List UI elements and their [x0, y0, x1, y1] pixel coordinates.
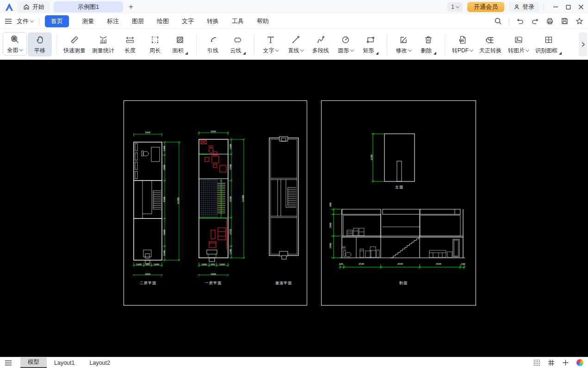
sheet-tab-layout2[interactable]: Layout2 [82, 357, 117, 368]
stats-chart-icon [98, 34, 108, 45]
tool-leader-label: 引线 [207, 47, 218, 55]
cloud-rect-icon [233, 34, 243, 45]
tool-pan[interactable]: 平移 [28, 32, 52, 56]
menu-item-layers[interactable]: 图层 [132, 17, 144, 25]
tool-area[interactable]: 面积 [168, 32, 192, 56]
menu-hamburger-icon[interactable] [5, 18, 12, 25]
user-icon [514, 4, 520, 10]
tool-length-label: 长度 [124, 47, 136, 55]
chevron-right-icon [581, 42, 585, 47]
status-bar: 模型 Layout1 Layout2 [0, 357, 588, 368]
save-icon[interactable] [561, 17, 569, 25]
menu-item-annotate[interactable]: 标注 [107, 17, 119, 25]
tool-perimeter[interactable]: 周长 [143, 32, 167, 56]
plan-roof [269, 137, 298, 259]
tool-revision-cloud-label: 云线 [230, 47, 241, 55]
tool-revision-cloud[interactable]: 云线 [226, 32, 250, 56]
chevron-down-icon [350, 48, 353, 51]
frame-grid-icon [544, 34, 554, 45]
menu-item-home[interactable]: 首页 [45, 15, 69, 27]
tool-text[interactable]: 文字 [259, 32, 283, 56]
divider [254, 34, 254, 55]
minimize-button[interactable] [552, 4, 559, 10]
sheet-tab-layout1[interactable]: Layout1 [47, 357, 82, 368]
tool-to-pdf[interactable]: PDF 转PDF [449, 32, 476, 56]
undo-icon[interactable] [516, 17, 524, 25]
favorite-star-icon[interactable] [576, 17, 583, 25]
maximize-button[interactable] [565, 4, 571, 10]
chevron-down-icon [470, 48, 473, 51]
tab-document[interactable]: 示例图1 [54, 1, 123, 12]
line-icon [291, 34, 301, 45]
section-view [331, 208, 465, 269]
tool-modify-label: 修改 [396, 47, 407, 55]
tool-to-image[interactable]: 转图片 [505, 32, 532, 56]
crosshair-plus-icon[interactable] [562, 359, 569, 366]
dot-grid-toggle-icon[interactable] [533, 359, 540, 366]
sheet-menu-hamburger-icon[interactable] [5, 357, 12, 368]
sheet-tab-model[interactable]: 模型 [20, 357, 47, 368]
close-button[interactable] [578, 4, 584, 10]
hatched-rect-icon [175, 34, 185, 45]
tool-tangent-convert-label: 天正转换 [479, 47, 501, 55]
divider [509, 18, 509, 25]
page-selector[interactable]: 1 [447, 2, 463, 12]
tool-measure-stats[interactable]: 测量统计 [89, 32, 117, 56]
tool-rectangle-label: 矩形 [363, 47, 374, 55]
tool-recognize-frame[interactable]: 识别图框 [532, 32, 564, 56]
redo-icon[interactable] [531, 17, 539, 25]
menu-bar: 文件 首页 测量 标注 图层 绘图 文字 转换 工具 帮助 [0, 14, 588, 29]
chevron-down-icon [526, 48, 529, 51]
rectangle-icon [365, 34, 376, 45]
tool-modify[interactable]: 修改 [391, 32, 415, 56]
menu-item-text[interactable]: 文字 [182, 17, 194, 25]
tab-start[interactable]: 开始 [18, 1, 50, 12]
circle-icon [340, 34, 351, 45]
dashed-rect-icon [150, 34, 160, 45]
menu-item-draw[interactable]: 绘图 [157, 17, 169, 25]
tool-rectangle[interactable]: 矩形 [359, 32, 383, 56]
tool-fit-view-label: 全图 [7, 46, 19, 54]
tool-quick-measure[interactable]: 快速测量 [61, 32, 88, 56]
tool-circle[interactable]: 圆形 [334, 32, 358, 56]
polyline-icon [316, 34, 326, 45]
menu-item-convert[interactable]: 转换 [207, 17, 219, 25]
tool-ribbon: 全图 平移 快速测量 测量统计 长度 [0, 29, 588, 60]
tool-length[interactable]: 长度 [118, 32, 142, 56]
tool-polyline-label: 多段线 [312, 47, 329, 55]
chevron-down-icon [300, 48, 303, 51]
menu-file[interactable]: 文件 [17, 17, 33, 25]
tool-fit-view[interactable]: 全图 [3, 32, 27, 56]
divider [445, 34, 445, 55]
menu-item-help[interactable]: 帮助 [257, 17, 269, 25]
tool-polyline[interactable]: 多段线 [309, 32, 333, 56]
print-icon[interactable] [546, 17, 554, 25]
tab-start-label: 开始 [32, 3, 44, 11]
chevron-down-icon [456, 4, 459, 8]
tool-tangent-convert[interactable]: 天正转换 [477, 32, 504, 56]
plan-first-floor [198, 131, 245, 276]
grid-toggle-icon[interactable] [548, 359, 555, 366]
text-T-icon [266, 34, 276, 45]
plan-second-floor [133, 133, 180, 276]
ribbon-expand-button[interactable] [579, 32, 587, 56]
tool-line[interactable]: 直线 [284, 32, 308, 56]
menu-item-tools[interactable]: 工具 [232, 17, 244, 25]
title-bar: 开始 示例图1 + 1 开通会员 登录 [0, 0, 588, 14]
corner-expand-icon [433, 52, 436, 55]
menu-item-measure[interactable]: 测量 [82, 17, 94, 25]
home-icon [23, 4, 30, 10]
tool-delete[interactable]: 删除 [416, 32, 440, 56]
vip-button[interactable]: 开通会员 [467, 2, 504, 12]
search-icon[interactable] [494, 17, 502, 25]
color-wheel-icon[interactable] [576, 359, 583, 366]
tool-to-image-label: 转图片 [508, 47, 525, 55]
drawing-canvas[interactable]: 3400140028004500360015001430014006001400… [0, 60, 588, 357]
tool-perimeter-label: 周长 [149, 47, 161, 55]
chevron-down-icon [19, 47, 23, 51]
login-button[interactable]: 登录 [509, 2, 539, 12]
image-icon [514, 34, 524, 45]
tool-leader[interactable]: 引线 [201, 32, 225, 56]
tool-text-label: 文字 [263, 47, 274, 55]
new-tab-button[interactable]: + [129, 2, 133, 12]
